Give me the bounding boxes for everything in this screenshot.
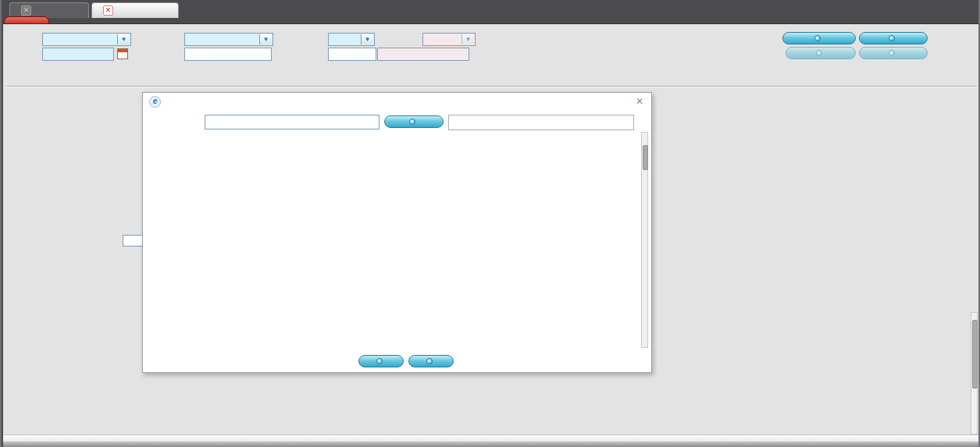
tab-notice[interactable]: ✕ <box>9 2 89 18</box>
resolution-date-field[interactable] <box>42 48 114 61</box>
resolution-dept-name <box>377 48 469 61</box>
vertical-scrollbar[interactable] <box>971 312 978 435</box>
detail-popup-dialog: e ✕ <box>142 92 652 373</box>
resolution-no-input[interactable] <box>184 48 272 61</box>
browser-icon: e <box>149 96 161 108</box>
company-select[interactable]: ▼ <box>42 33 131 46</box>
chevron-down-icon: ▼ <box>461 34 474 44</box>
search-option-group <box>448 115 634 130</box>
scrollbar-thumb[interactable] <box>643 145 648 170</box>
close-icon[interactable]: ✕ <box>103 5 113 16</box>
confirm-button[interactable] <box>358 355 404 367</box>
resolution-dept-input[interactable] <box>328 48 376 61</box>
chevron-down-icon[interactable]: ▼ <box>117 34 130 44</box>
carryover-button <box>786 47 856 59</box>
copy-voucher-button[interactable] <box>859 32 928 44</box>
dialog-titlebar: e <box>143 93 651 110</box>
divider <box>6 86 977 87</box>
application-window: ✕ ✕ ▼ ▼ ▼ ▼ <box>0 0 980 447</box>
new-voucher-button[interactable] <box>782 32 856 44</box>
search-start-button[interactable] <box>384 115 444 128</box>
dialog-scrollbar[interactable] <box>641 132 648 348</box>
scrollbar-thumb[interactable] <box>972 320 978 388</box>
approval-select: ▼ <box>422 33 476 46</box>
invoice-register-button <box>859 47 928 59</box>
chevron-down-icon[interactable]: ▼ <box>259 34 272 44</box>
worksite-select[interactable]: ▼ <box>184 33 273 46</box>
voucher-type-select[interactable]: ▼ <box>328 33 375 46</box>
find-input[interactable] <box>205 115 380 129</box>
close-button[interactable] <box>408 355 454 367</box>
close-icon[interactable]: ✕ <box>634 96 645 107</box>
chevron-down-icon[interactable]: ▼ <box>361 34 373 44</box>
tab-voucher-entry[interactable]: ✕ <box>91 2 179 18</box>
calendar-icon[interactable] <box>117 48 128 59</box>
bottom-bar <box>3 442 978 447</box>
close-icon[interactable]: ✕ <box>21 5 31 16</box>
